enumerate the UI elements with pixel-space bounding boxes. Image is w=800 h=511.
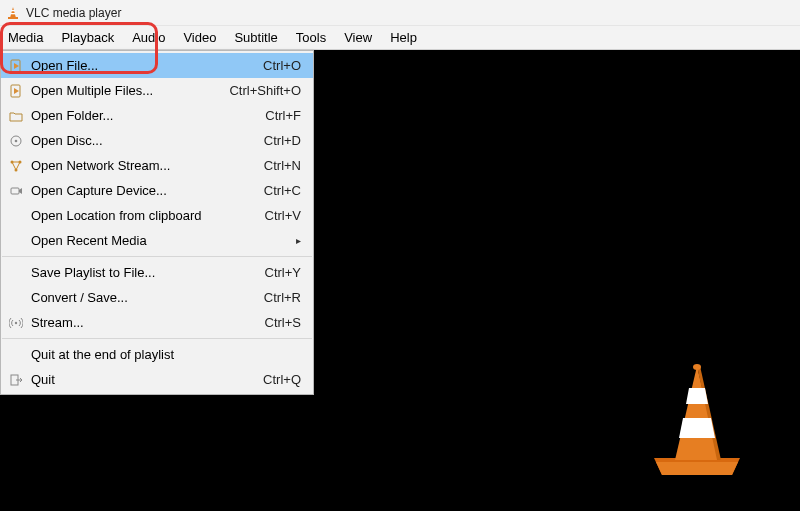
menu-item-label: Open Folder... bbox=[27, 108, 265, 123]
svg-point-23 bbox=[15, 321, 17, 323]
svg-marker-0 bbox=[10, 7, 16, 18]
menu-item-label: Quit at the end of playlist bbox=[27, 347, 305, 362]
menu-view[interactable]: View bbox=[335, 26, 381, 49]
menu-item-label: Stream... bbox=[27, 315, 265, 330]
titlebar: VLC media player bbox=[0, 0, 800, 26]
menu-item-open-capture-device[interactable]: Open Capture Device...Ctrl+C bbox=[1, 178, 313, 203]
svg-rect-1 bbox=[8, 17, 18, 19]
file-play-icon bbox=[5, 59, 27, 73]
menu-media[interactable]: Media bbox=[2, 26, 52, 49]
menu-item-open-location-from-clipboard[interactable]: Open Location from clipboardCtrl+V bbox=[1, 203, 313, 228]
menu-video[interactable]: Video bbox=[174, 26, 225, 49]
svg-point-4 bbox=[647, 474, 747, 490]
menu-item-shortcut: Ctrl+D bbox=[264, 133, 305, 148]
svg-rect-2 bbox=[11, 10, 14, 11]
svg-marker-15 bbox=[14, 88, 19, 94]
window-title: VLC media player bbox=[26, 6, 121, 20]
file-play-icon bbox=[5, 84, 27, 98]
menu-item-open-folder[interactable]: Open Folder...Ctrl+F bbox=[1, 103, 313, 128]
menu-item-shortcut: Ctrl+V bbox=[265, 208, 305, 223]
menu-subtitle[interactable]: Subtitle bbox=[225, 26, 286, 49]
network-icon bbox=[5, 159, 27, 173]
menu-item-convert-save[interactable]: Convert / Save...Ctrl+R bbox=[1, 285, 313, 310]
quit-icon bbox=[5, 373, 27, 387]
menu-item-shortcut: Ctrl+O bbox=[263, 58, 305, 73]
menubar: Media Playback Audio Video Subtitle Tool… bbox=[0, 26, 800, 50]
menu-item-label: Save Playlist to File... bbox=[27, 265, 265, 280]
vlc-logo-icon bbox=[642, 360, 752, 493]
menu-help[interactable]: Help bbox=[381, 26, 426, 49]
menu-item-shortcut: Ctrl+Y bbox=[265, 265, 305, 280]
menu-item-open-file[interactable]: Open File...Ctrl+O bbox=[1, 53, 313, 78]
submenu-arrow-icon: ▸ bbox=[296, 235, 305, 246]
menu-item-label: Open Recent Media bbox=[27, 233, 296, 248]
vlc-cone-icon bbox=[6, 6, 20, 20]
svg-marker-7 bbox=[675, 366, 719, 460]
menu-item-label: Open Disc... bbox=[27, 133, 264, 148]
menu-item-stream[interactable]: Stream...Ctrl+S bbox=[1, 310, 313, 335]
menu-item-label: Open Capture Device... bbox=[27, 183, 264, 198]
menu-item-shortcut: Ctrl+R bbox=[264, 290, 305, 305]
menu-item-open-network-stream[interactable]: Open Network Stream...Ctrl+N bbox=[1, 153, 313, 178]
menu-item-save-playlist-to-file[interactable]: Save Playlist to File...Ctrl+Y bbox=[1, 260, 313, 285]
menu-separator bbox=[2, 256, 312, 257]
menu-item-shortcut: Ctrl+S bbox=[265, 315, 305, 330]
menu-item-label: Convert / Save... bbox=[27, 290, 264, 305]
menu-item-open-disc[interactable]: Open Disc...Ctrl+D bbox=[1, 128, 313, 153]
menu-item-open-multiple-files[interactable]: Open Multiple Files...Ctrl+Shift+O bbox=[1, 78, 313, 103]
disc-icon bbox=[5, 134, 27, 148]
menu-tools[interactable]: Tools bbox=[287, 26, 335, 49]
menu-item-label: Open Location from clipboard bbox=[27, 208, 265, 223]
menu-item-open-recent-media[interactable]: Open Recent Media▸ bbox=[1, 228, 313, 253]
folder-icon bbox=[5, 109, 27, 123]
menu-item-quit-at-the-end-of-playlist[interactable]: Quit at the end of playlist bbox=[1, 342, 313, 367]
menu-audio[interactable]: Audio bbox=[123, 26, 174, 49]
svg-point-17 bbox=[15, 139, 18, 142]
menu-item-label: Quit bbox=[27, 372, 263, 387]
menu-item-shortcut: Ctrl+N bbox=[264, 158, 305, 173]
menu-item-shortcut: Ctrl+Shift+O bbox=[229, 83, 305, 98]
media-menu-dropdown: Open File...Ctrl+OOpen Multiple Files...… bbox=[0, 50, 314, 395]
menu-item-label: Open Network Stream... bbox=[27, 158, 264, 173]
svg-rect-3 bbox=[11, 13, 16, 14]
menu-item-label: Open File... bbox=[27, 58, 263, 73]
stream-icon bbox=[5, 316, 27, 330]
capture-icon bbox=[5, 184, 27, 198]
svg-marker-9 bbox=[686, 388, 708, 404]
menu-item-label: Open Multiple Files... bbox=[27, 83, 229, 98]
svg-marker-13 bbox=[14, 63, 19, 69]
svg-point-11 bbox=[693, 364, 701, 370]
menu-item-shortcut: Ctrl+Q bbox=[263, 372, 305, 387]
svg-rect-21 bbox=[11, 188, 19, 194]
svg-marker-10 bbox=[679, 418, 715, 438]
menu-item-quit[interactable]: QuitCtrl+Q bbox=[1, 367, 313, 392]
menu-playback[interactable]: Playback bbox=[52, 26, 123, 49]
menu-item-shortcut: Ctrl+C bbox=[264, 183, 305, 198]
svg-marker-6 bbox=[656, 462, 738, 475]
menu-separator bbox=[2, 338, 312, 339]
menu-item-shortcut: Ctrl+F bbox=[265, 108, 305, 123]
